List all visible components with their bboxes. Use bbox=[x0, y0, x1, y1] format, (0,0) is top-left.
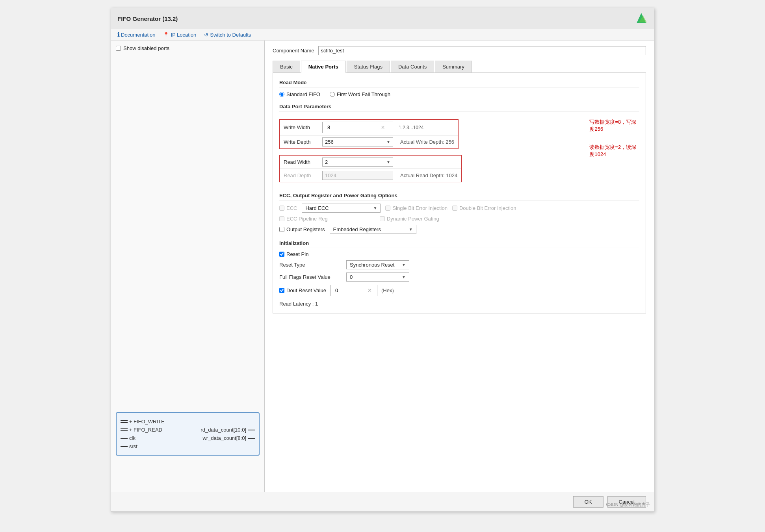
ip-location-link[interactable]: 📍 IP Location bbox=[163, 32, 196, 38]
write-depth-actual: Actual Write Depth: 256 bbox=[400, 139, 454, 145]
full-flags-value: 0 bbox=[350, 274, 353, 280]
dout-reset-input-wrapper: ✕ bbox=[330, 285, 377, 296]
srst-label: srst bbox=[129, 443, 137, 449]
read-depth-actual: Actual Read Depth: 1024 bbox=[400, 172, 457, 178]
output-registers-checkbox[interactable] bbox=[279, 227, 284, 232]
read-width-dropdown[interactable]: 2 ▼ bbox=[322, 158, 393, 167]
dynamic-power-label: Dynamic Power Gating bbox=[387, 216, 439, 222]
wr-data-count-port: wr_data_count[8:0] bbox=[202, 435, 255, 441]
info-icon: ℹ bbox=[117, 32, 119, 38]
fifo-ports: + FIFO_WRITE + FIFO_READ rd_data_count[1… bbox=[121, 419, 255, 449]
srst-port: srst bbox=[121, 443, 255, 449]
title-bar: FIFO Generator (13.2) bbox=[111, 8, 654, 29]
standard-fifo-label: Standard FIFO bbox=[286, 91, 320, 97]
left-panel: Show disabled ports + FIFO_WRITE + FIFO_… bbox=[111, 41, 265, 492]
tab-native-ports[interactable]: Native Ports bbox=[301, 61, 346, 73]
ecc-pipeline-checkbox[interactable] bbox=[279, 216, 284, 221]
tab-summary[interactable]: Summary bbox=[435, 61, 472, 72]
reset-type-label: Reset Type bbox=[279, 262, 342, 268]
dynamic-power-wrapper: Dynamic Power Gating bbox=[380, 216, 439, 222]
double-bit-item[interactable]: Double Bit Error Injection bbox=[452, 205, 516, 211]
dout-reset-row: Dout Reset Value ✕ (Hex) bbox=[279, 285, 639, 296]
plus-icon-write: + bbox=[129, 419, 132, 424]
read-depth-row: Read Depth 1024 Actual Read Depth: 1024 bbox=[280, 169, 461, 182]
ok-button[interactable]: OK bbox=[573, 496, 603, 508]
first-word-option[interactable]: First Word Fall Through bbox=[330, 91, 390, 97]
wr-line bbox=[248, 438, 255, 439]
dynamic-power-item[interactable]: Dynamic Power Gating bbox=[380, 216, 439, 222]
reset-pin-item[interactable]: Reset Pin bbox=[279, 251, 308, 257]
read-width-label: Read Width bbox=[284, 159, 319, 165]
reset-pin-row: Reset Pin bbox=[279, 251, 639, 257]
srst-line bbox=[121, 446, 128, 447]
write-width-hint: 1,2,3...1024 bbox=[399, 125, 423, 130]
write-depth-chevron: ▼ bbox=[386, 140, 390, 144]
output-registers-item[interactable]: Output Registers bbox=[279, 226, 325, 232]
read-depth-value: 1024 bbox=[325, 172, 336, 178]
ecc-type-dropdown[interactable]: Hard ECC ▼ bbox=[302, 204, 381, 213]
dout-reset-label: Dout Reset Value bbox=[286, 287, 326, 293]
write-params-table: Write Width ✕ 1,2,3...1024 Write Depth bbox=[279, 119, 459, 149]
documentation-link[interactable]: ℹ Documentation bbox=[117, 32, 155, 38]
write-width-row: Write Width ✕ 1,2,3...1024 bbox=[280, 120, 458, 135]
reset-type-dropdown[interactable]: Synchronous Reset ▼ bbox=[346, 260, 409, 269]
ecc-pipeline-item[interactable]: ECC Pipeline Reg bbox=[279, 216, 328, 222]
write-depth-value: 256 bbox=[325, 139, 334, 145]
window-title: FIFO Generator (13.2) bbox=[117, 15, 178, 22]
show-disabled-ports-checkbox[interactable] bbox=[116, 46, 121, 51]
dynamic-power-checkbox[interactable] bbox=[380, 216, 385, 221]
full-flags-label: Full Flags Reset Value bbox=[279, 274, 342, 280]
component-diagram: + FIFO_WRITE + FIFO_READ rd_data_count[1… bbox=[116, 412, 260, 456]
first-word-label: First Word Fall Through bbox=[337, 91, 390, 97]
show-disabled-ports-row: Show disabled ports bbox=[116, 45, 260, 51]
output-reg-row: Output Registers Embedded Registers ▼ bbox=[279, 225, 639, 234]
write-annotation: 写数据宽度=8，写深度256 bbox=[589, 119, 639, 133]
switch-defaults-link[interactable]: ↺ Switch to Defaults bbox=[204, 32, 251, 38]
embed-reg-dropdown[interactable]: Embedded Registers ▼ bbox=[330, 225, 416, 234]
read-width-value: 2 bbox=[325, 159, 328, 165]
read-latency: Read Latency : 1 bbox=[279, 301, 639, 307]
tab-status-flags[interactable]: Status Flags bbox=[347, 61, 390, 72]
tab-basic[interactable]: Basic bbox=[273, 61, 300, 72]
single-bit-checkbox[interactable] bbox=[385, 206, 390, 211]
write-depth-label: Write Depth bbox=[284, 139, 319, 145]
ecc-label: ECC bbox=[286, 205, 297, 211]
single-bit-item[interactable]: Single Bit Error Injection bbox=[385, 205, 447, 211]
clk-label: clk bbox=[129, 435, 136, 441]
ecc-checkbox-item[interactable]: ECC bbox=[279, 205, 297, 211]
rd-data-count-label: rd_data_count[10:0] bbox=[201, 427, 246, 433]
write-width-clear-icon[interactable]: ✕ bbox=[381, 125, 385, 130]
right-panel: Component Name Basic Native Ports Status… bbox=[265, 41, 654, 492]
read-mode-radio-group: Standard FIFO First Word Fall Through bbox=[279, 91, 639, 97]
component-name-input[interactable] bbox=[318, 46, 646, 55]
standard-fifo-radio[interactable] bbox=[279, 92, 284, 97]
show-disabled-ports-label: Show disabled ports bbox=[123, 45, 169, 51]
first-word-radio[interactable] bbox=[330, 92, 335, 97]
location-icon: 📍 bbox=[163, 32, 169, 37]
fifo-write-label: FIFO_WRITE bbox=[134, 419, 165, 424]
read-mode-title: Read Mode bbox=[279, 80, 639, 87]
single-bit-label: Single Bit Error Injection bbox=[392, 205, 447, 211]
standard-fifo-option[interactable]: Standard FIFO bbox=[279, 91, 320, 97]
data-port-annotations: 写数据宽度=8，写深度256 读数据宽度=2，读深度1024 bbox=[581, 115, 639, 158]
full-flags-dropdown[interactable]: 0 ▼ bbox=[346, 272, 409, 282]
dout-clear-icon[interactable]: ✕ bbox=[368, 287, 372, 293]
ecc-type-value: Hard ECC bbox=[305, 205, 329, 211]
content-area: Show disabled ports + FIFO_WRITE + FIFO_… bbox=[111, 41, 654, 492]
ecc-main-row: ECC Hard ECC ▼ Single Bit Error Injectio… bbox=[279, 204, 639, 213]
dout-reset-checkbox[interactable] bbox=[279, 288, 284, 293]
dout-reset-item[interactable]: Dout Reset Value bbox=[279, 287, 326, 293]
write-depth-dropdown[interactable]: 256 ▼ bbox=[322, 137, 393, 146]
write-width-input[interactable] bbox=[325, 123, 380, 132]
full-flags-row: Full Flags Reset Value 0 ▼ bbox=[279, 272, 639, 282]
tab-data-counts[interactable]: Data Counts bbox=[391, 61, 434, 72]
data-port-wrapper: Write Width ✕ 1,2,3...1024 Write Depth bbox=[279, 115, 639, 186]
data-port-tables: Write Width ✕ 1,2,3...1024 Write Depth bbox=[279, 115, 574, 186]
dout-reset-input[interactable] bbox=[333, 286, 364, 295]
rd-line bbox=[248, 430, 255, 430]
double-bit-checkbox[interactable] bbox=[452, 206, 457, 211]
read-width-row: Read Width 2 ▼ bbox=[280, 156, 461, 169]
ecc-checkbox[interactable] bbox=[279, 206, 284, 211]
reset-pin-checkbox[interactable] bbox=[279, 252, 284, 257]
write-width-label: Write Width bbox=[284, 124, 319, 130]
